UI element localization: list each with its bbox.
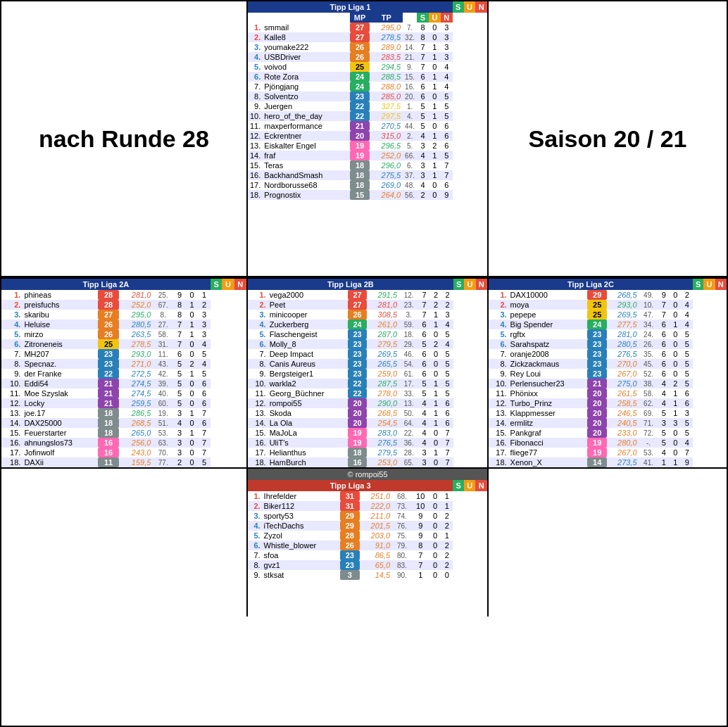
u-cell: 1	[670, 398, 681, 408]
mp-cell: 23	[348, 359, 368, 369]
s-cell: 5	[658, 408, 670, 418]
mp-cell: 18	[350, 160, 370, 170]
tp-cell: 265,5	[367, 359, 399, 369]
u-cell: 2	[670, 379, 681, 388]
mp-cell: 27	[348, 300, 368, 310]
name-cell: oranje2008	[508, 349, 588, 359]
x-cell: -.	[639, 438, 658, 448]
name-cell: Zyzol	[262, 531, 340, 540]
table-row: 9. Juergen 22 327,5 1. 5 1 5	[248, 101, 487, 111]
x-cell: 24.	[639, 329, 658, 339]
s-cell: 4	[418, 428, 430, 438]
rank-cell: 13.	[248, 141, 262, 151]
table-row: 10. Eddi54 21 274,5 39. 5 0 6	[1, 379, 246, 388]
table-row: 6. Zitroneneis 25 278,5 31. 7 0 4	[1, 339, 246, 349]
name-cell: fliege77	[508, 448, 588, 457]
mp-cell: 19	[587, 438, 607, 448]
mp-cell: 24	[587, 320, 607, 329]
name-cell: Kalle8	[262, 32, 349, 42]
x-cell: 14.	[403, 42, 417, 52]
s-cell: 6	[417, 82, 429, 91]
table-row: 8. Specnaz. 23 271,0 43. 5 2 4	[1, 359, 246, 369]
n-cell: 6	[682, 388, 693, 398]
rank-cell: 8.	[248, 560, 262, 570]
x-cell: 60.	[153, 398, 173, 408]
mp-cell: 26	[98, 320, 118, 329]
rank-cell: 18.	[1, 457, 22, 467]
n-cell: 5	[441, 111, 453, 121]
name-cell: hero_of_the_day	[262, 111, 349, 121]
table-row: 12. Turbo_Prinz 20 258,5 62. 4 1 6	[489, 398, 727, 408]
s-cell: 5	[173, 398, 186, 408]
n-cell: 5	[682, 359, 693, 369]
s-cell: 9	[412, 511, 429, 521]
x-cell: 90.	[392, 570, 411, 580]
s-cell: 6	[173, 349, 186, 359]
s-cell: 5	[417, 121, 429, 131]
x-cell: 36.	[399, 438, 418, 448]
tp-cell: 274,5	[119, 379, 153, 388]
s-cell: 6	[418, 329, 430, 339]
mp-cell: 20	[587, 408, 607, 418]
rank-cell: 8.	[248, 91, 262, 101]
n-cell: 9	[682, 457, 693, 467]
table-row: 18. Xenon_X 14 273,5 41. 1 1 9	[489, 457, 727, 467]
tp-cell: 159,5	[119, 457, 153, 467]
s-cell: 7	[412, 550, 429, 560]
rank-cell: 15.	[489, 428, 508, 438]
s-cell: 4	[658, 398, 670, 408]
name-cell: stksat	[262, 570, 340, 580]
n-cell: 5	[682, 329, 693, 339]
name-cell: Skoda	[268, 408, 348, 418]
mp-cell: 25	[587, 310, 607, 320]
u-cell: 1	[670, 320, 681, 329]
table-row: 7. oranje2008 23 276,5 35. 6 0 5	[489, 349, 727, 359]
rank-cell: 14.	[248, 418, 268, 428]
bottom-right	[487, 469, 727, 617]
x-cell: 41.	[639, 457, 658, 467]
x-cell: 23.	[399, 300, 418, 310]
name-cell: BackhandSmash	[262, 170, 349, 180]
mp-cell: 23	[587, 349, 607, 359]
x-cell: 54.	[399, 359, 418, 369]
s-cell: 5	[173, 359, 186, 369]
name-cell: DAX25000	[22, 418, 98, 428]
n-cell: 0	[441, 570, 453, 580]
tp-cell: 258,5	[607, 398, 639, 408]
name-cell: Zickzackmaus	[508, 359, 588, 369]
n-cell: 7	[198, 438, 211, 448]
mp-cell: 18	[98, 408, 118, 418]
tp-cell: 274,5	[119, 388, 153, 398]
name-cell: maxperformance	[262, 121, 349, 131]
rank-cell: 12.	[248, 131, 262, 141]
x-cell: 18.	[399, 329, 418, 339]
n-cell: 5	[441, 329, 453, 339]
s-cell: 3	[173, 428, 186, 438]
name-cell: pepepe	[508, 310, 588, 320]
s-cell: 7	[173, 339, 186, 349]
n-cell: 4	[441, 320, 453, 329]
name-cell: Sarahspatz	[508, 339, 588, 349]
table-row: 2. preisfuchs 28 252,0 67. 8 1 2	[1, 300, 246, 310]
x-cell: 26.	[639, 339, 658, 349]
n-cell: 6	[441, 121, 453, 131]
u-cell: 0	[186, 310, 199, 320]
s-cell: 7	[417, 42, 429, 52]
mp-cell: 29	[340, 521, 360, 531]
tp-cell: 293,0	[607, 300, 639, 310]
mp-cell: 25	[98, 339, 118, 349]
x-cell: 11.	[153, 349, 173, 359]
table-row: 18. HamBurch 16 253,0 65. 3 0 7	[248, 457, 487, 467]
rank-cell: 4.	[248, 521, 262, 531]
tp-cell: 275,0	[607, 379, 639, 388]
n-cell: 2	[441, 511, 453, 521]
x-cell: 67.	[153, 300, 173, 310]
mp-cell: 23	[98, 349, 118, 359]
s-cell: 7	[658, 300, 670, 310]
n-cell: 6	[441, 180, 453, 190]
u-cell: 3	[670, 418, 681, 428]
n-cell: 2	[441, 290, 453, 300]
table-row: 7. Deep Impact 23 269,5 46. 6 0 5	[248, 349, 487, 359]
n-cell: 4	[682, 300, 693, 310]
u-cell: 2	[430, 290, 442, 300]
